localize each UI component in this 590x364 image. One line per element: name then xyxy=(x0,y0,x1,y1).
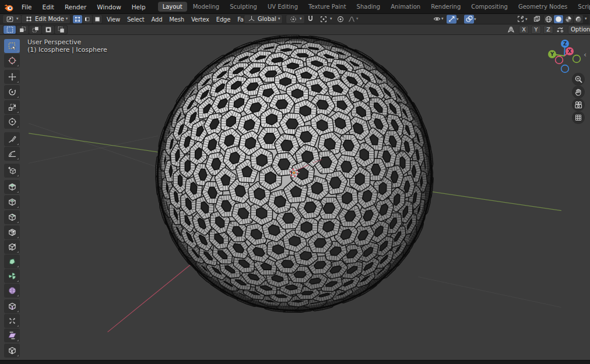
tab-shading[interactable]: Shading xyxy=(352,2,385,12)
eye-icon xyxy=(432,15,441,24)
tab-animation[interactable]: Animation xyxy=(386,2,425,12)
tool-loop-cut-button[interactable] xyxy=(4,225,20,239)
mirror-y-button[interactable]: Y xyxy=(531,26,541,34)
viewport-header: ▾Edit Mode▾ViewSelectAddMeshVertexEdgeFa… xyxy=(0,14,590,24)
tool-annotate-button[interactable] xyxy=(4,132,20,146)
tool-inset-faces-button[interactable] xyxy=(4,195,20,209)
menu-vertex[interactable]: Vertex xyxy=(189,15,211,23)
tool-smooth-button[interactable] xyxy=(4,284,20,298)
select-action-subtract-button[interactable] xyxy=(29,26,41,34)
show-overlays-toggle[interactable]: ▾ xyxy=(464,15,476,23)
tool-measure-button[interactable] xyxy=(4,147,20,161)
gizmo-x-axis[interactable]: X xyxy=(566,47,574,55)
tab-uv-editing[interactable]: UV Editing xyxy=(263,2,303,12)
falloff-curve-icon xyxy=(347,15,356,24)
vertex-select-button[interactable] xyxy=(73,15,82,23)
tab-modeling[interactable]: Modeling xyxy=(188,2,224,12)
header-menubar: ViewSelectAddMeshVertexEdgeFaceUV xyxy=(105,15,267,23)
select-action-new-button[interactable] xyxy=(3,26,16,34)
tab-texture-paint[interactable]: Texture Paint xyxy=(304,2,351,12)
mirror-z-button[interactable]: Z xyxy=(543,26,553,34)
snap-toggle-button[interactable] xyxy=(305,15,315,24)
sidebar-collapse-arrow[interactable]: ‹ xyxy=(584,50,587,59)
menu-window[interactable]: Window xyxy=(92,2,126,12)
menu-add[interactable]: Add xyxy=(150,15,164,23)
tool-spin-button[interactable] xyxy=(4,269,20,283)
topbar: FileEditRenderWindowHelp LayoutModelingS… xyxy=(0,0,590,14)
menu-view[interactable]: View xyxy=(105,15,122,23)
navigation-axis-gizmo[interactable]: ZXY xyxy=(546,37,584,78)
tool-knife-button[interactable] xyxy=(4,240,20,254)
gizmo-z-neg-axis[interactable] xyxy=(561,65,569,73)
mirror-x-button[interactable]: X xyxy=(519,26,529,34)
menu-select[interactable]: Select xyxy=(125,15,146,23)
gizmo-y-axis[interactable]: Y xyxy=(548,50,556,58)
select-action-extend-button[interactable] xyxy=(16,26,29,34)
tool-extrude-region-button[interactable] xyxy=(4,180,20,194)
menu-help[interactable]: Help xyxy=(127,2,151,12)
tool-scale-button[interactable] xyxy=(4,100,20,114)
tool-shrink-fatten-button[interactable] xyxy=(4,314,20,328)
tab-geometry-nodes[interactable]: Geometry Nodes xyxy=(514,2,572,12)
select-action-intersect-button[interactable] xyxy=(55,26,67,34)
tool-move-button[interactable] xyxy=(4,70,20,84)
gizmo-y-neg-axis[interactable] xyxy=(573,55,581,63)
edge-select-button[interactable] xyxy=(83,15,92,23)
tab-sculpting[interactable]: Sculpting xyxy=(225,2,262,12)
tool-rotate-button[interactable] xyxy=(4,85,20,99)
tool-rip-region-button[interactable] xyxy=(4,344,20,358)
xray-icon xyxy=(532,15,542,23)
nav-pan-hand-button[interactable] xyxy=(572,86,585,98)
tab-layout[interactable]: Layout xyxy=(158,2,187,12)
viewport-scene[interactable] xyxy=(0,35,590,360)
magnet-icon xyxy=(305,15,315,24)
tool-shear-button[interactable] xyxy=(4,328,20,342)
menu-edge[interactable]: Edge xyxy=(215,15,232,23)
mirror-icon-wrap xyxy=(506,25,515,34)
menu-edit[interactable]: Edit xyxy=(37,2,59,12)
proportional-editing-toggle[interactable] xyxy=(336,15,345,24)
tool-bevel-button[interactable] xyxy=(4,210,20,224)
gizmo-x-neg-axis[interactable] xyxy=(556,56,563,64)
tool-cursor-button[interactable] xyxy=(4,54,20,68)
shading-solid-button[interactable] xyxy=(554,15,563,23)
blender-logo-icon[interactable] xyxy=(3,2,14,12)
proportional-falloff-button[interactable]: ▾ xyxy=(347,15,359,24)
tab-rendering[interactable]: Rendering xyxy=(426,2,465,12)
shading-rendered-button[interactable] xyxy=(574,15,583,23)
shading-material-preview-button[interactable] xyxy=(564,15,573,23)
toggle-xray-button[interactable] xyxy=(532,15,542,23)
snap-symmetry-wrap[interactable] xyxy=(555,25,564,34)
select-action-invert-button[interactable] xyxy=(42,26,54,34)
tab-scripting[interactable]: Scripting xyxy=(573,2,590,12)
3d-viewport[interactable]: User Perspective (1) Icosphere | Icosphe… xyxy=(0,35,590,360)
gizmo-z-axis[interactable]: Z xyxy=(561,40,569,48)
transform-orientation-button[interactable]: Global▾ xyxy=(244,15,283,24)
nav-camera-view-button[interactable] xyxy=(572,98,585,111)
bracket-square-icon xyxy=(515,15,525,23)
show-gizmos-toggle[interactable]: ▾ xyxy=(447,15,459,23)
snap-settings-button[interactable]: ▾ xyxy=(317,15,335,24)
menu-render[interactable]: Render xyxy=(59,2,92,12)
tool-transform-button[interactable] xyxy=(4,115,20,129)
xray-settings-button[interactable]: ▾ xyxy=(515,15,528,23)
face-select-button[interactable] xyxy=(93,15,102,23)
tool-edge-slide-button[interactable] xyxy=(4,299,20,313)
snap-target-icon xyxy=(319,15,328,24)
tool-add-cube-button[interactable] xyxy=(4,164,20,178)
object-type-visibility-button[interactable]: ▾ xyxy=(432,15,444,24)
nav-zoom-button[interactable] xyxy=(572,73,585,86)
pivot-point-button[interactable]: ▾ xyxy=(286,15,305,24)
editor-type-button[interactable]: ▾ xyxy=(2,15,22,24)
options-button[interactable]: Options▾ xyxy=(568,25,590,34)
menu-file[interactable]: File xyxy=(16,2,37,12)
mode-selector-button[interactable]: Edit Mode▾ xyxy=(21,15,71,24)
nav-orthographic-grid-button[interactable] xyxy=(572,111,585,124)
tool-box-select-button[interactable] xyxy=(4,39,20,53)
svg-text:X: X xyxy=(568,48,572,54)
menu-mesh[interactable]: Mesh xyxy=(167,15,186,23)
tool-poly-build-button[interactable] xyxy=(4,255,20,268)
shading-wireframe-button[interactable] xyxy=(544,15,553,23)
proportional-icon xyxy=(336,15,345,24)
tab-compositing[interactable]: Compositing xyxy=(466,2,512,12)
